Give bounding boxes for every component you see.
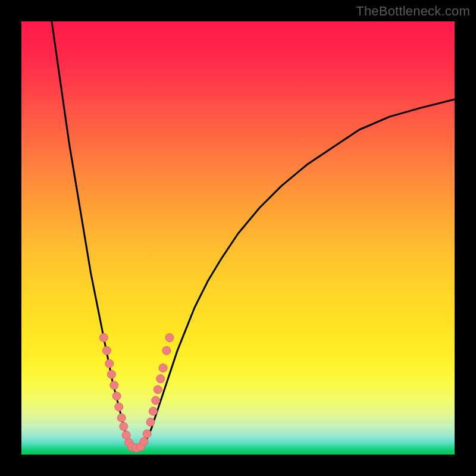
marker-dot (154, 386, 162, 394)
marker-dot (165, 333, 174, 342)
marker-dot (99, 333, 108, 342)
marker-dot (149, 407, 157, 415)
marker-dot (156, 375, 165, 383)
chart-svg (21, 21, 455, 455)
watermark-text: TheBottleneck.com (356, 4, 470, 19)
marker-dot (143, 430, 151, 438)
marker-dot (162, 346, 171, 355)
marker-dot (120, 422, 128, 431)
marker-dot (159, 364, 167, 372)
marker-dot (140, 437, 148, 446)
marker-dot (105, 359, 114, 368)
marker-dot (112, 392, 121, 400)
plot-area (21, 21, 455, 455)
marker-dot (110, 381, 118, 390)
chart-frame: TheBottleneck.com (0, 0, 476, 476)
marker-dot (102, 346, 111, 355)
marker-dot (107, 370, 115, 378)
marker-dot (152, 396, 160, 405)
marker-dot (117, 414, 126, 422)
marker-dot (146, 418, 155, 426)
marker-dot (115, 403, 123, 411)
